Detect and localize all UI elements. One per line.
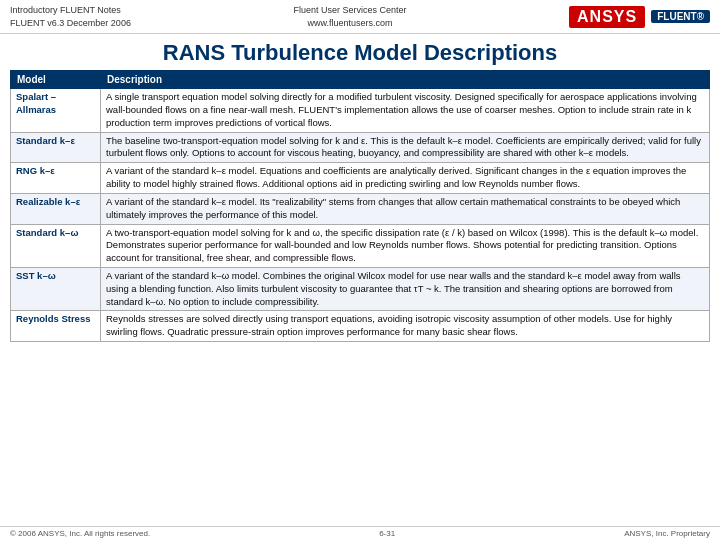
logo-block: ANSYS FLUENT® xyxy=(569,6,710,28)
col-desc: Description xyxy=(101,71,710,89)
table-row: Standard k–ωA two-transport-equation mod… xyxy=(11,224,710,267)
header-line2: FLUENT v6.3 December 2006 xyxy=(10,17,131,30)
header-right: ANSYS FLUENT® xyxy=(569,6,710,28)
col-model: Model xyxy=(11,71,101,89)
model-cell: Standard k–ω xyxy=(11,224,101,267)
table-row: RNG k–εA variant of the standard k–ε mod… xyxy=(11,163,710,194)
fluent-badge: FLUENT® xyxy=(651,10,710,23)
model-cell: Spalart –Allmaras xyxy=(11,89,101,132)
desc-cell: The baseline two-transport-equation mode… xyxy=(101,132,710,163)
page-title: RANS Turbulence Model Descriptions xyxy=(0,34,720,70)
table-row: Reynolds StressReynolds stresses are sol… xyxy=(11,311,710,342)
desc-cell: A variant of the standard k–ε model. Equ… xyxy=(101,163,710,194)
header-left: Introductory FLUENT Notes FLUENT v6.3 De… xyxy=(10,4,131,29)
header-center: Fluent User Services Center www.fluentus… xyxy=(293,4,406,29)
table-row: SST k–ωA variant of the standard k–ω mod… xyxy=(11,267,710,310)
desc-cell: A two-transport-equation model solving f… xyxy=(101,224,710,267)
header: Introductory FLUENT Notes FLUENT v6.3 De… xyxy=(0,0,720,34)
footer-right: ANSYS, Inc. Proprietary xyxy=(624,529,710,538)
desc-cell: Reynolds stresses are solved directly us… xyxy=(101,311,710,342)
table-row: Standard k–εThe baseline two-transport-e… xyxy=(11,132,710,163)
model-cell: SST k–ω xyxy=(11,267,101,310)
desc-cell: A variant of the standard k–ε model. Its… xyxy=(101,193,710,224)
desc-cell: A single transport equation model solvin… xyxy=(101,89,710,132)
table-header-row: Model Description xyxy=(11,71,710,89)
model-cell: RNG k–ε xyxy=(11,163,101,194)
footer: © 2006 ANSYS, Inc. All rights reserved. … xyxy=(0,526,720,540)
model-cell: Realizable k–ε xyxy=(11,193,101,224)
model-cell: Standard k–ε xyxy=(11,132,101,163)
header-line1: Introductory FLUENT Notes xyxy=(10,4,131,17)
header-center-line1: Fluent User Services Center xyxy=(293,4,406,17)
table-body: Spalart –AllmarasA single transport equa… xyxy=(11,89,710,342)
main-table: Model Description Spalart –AllmarasA sin… xyxy=(10,70,710,342)
table-row: Realizable k–εA variant of the standard … xyxy=(11,193,710,224)
footer-center: 6-31 xyxy=(379,529,395,538)
footer-left: © 2006 ANSYS, Inc. All rights reserved. xyxy=(10,529,150,538)
model-cell: Reynolds Stress xyxy=(11,311,101,342)
table-row: Spalart –AllmarasA single transport equa… xyxy=(11,89,710,132)
desc-cell: A variant of the standard k–ω model. Com… xyxy=(101,267,710,310)
header-center-line2: www.fluentusers.com xyxy=(293,17,406,30)
ansys-logo: ANSYS xyxy=(569,6,645,28)
